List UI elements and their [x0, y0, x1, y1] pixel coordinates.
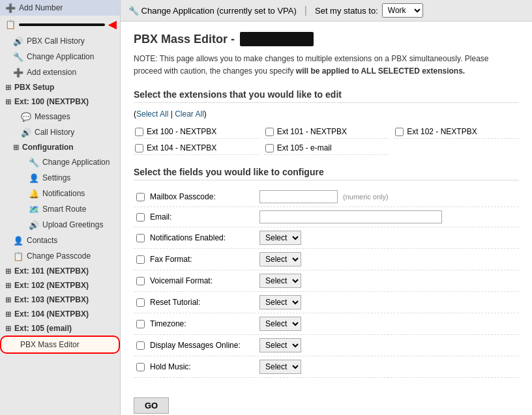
field-input-mailbox-passcode[interactable] — [259, 190, 338, 203]
sidebar-item-ext-103[interactable]: ⊞Ext: 103 (NEXTPBX) — [0, 293, 120, 307]
field-select-timezone[interactable]: Select — [259, 317, 301, 331]
sidebar-item-pbx-setup[interactable]: ⊞PBX Setup — [0, 80, 120, 94]
checkbox-ext100[interactable] — [135, 128, 143, 136]
field-checkbox-voicemail-format[interactable] — [136, 277, 145, 285]
clear-all-link[interactable]: Clear All — [175, 109, 204, 119]
sidebar-item-notifications[interactable]: 🔔Notifications — [0, 186, 120, 201]
field-select-reset-tutorial[interactable]: SelectYesNo — [259, 295, 301, 309]
field-label-hold-music: Hold Music: — [150, 362, 254, 371]
change-application-label: Change Application — [27, 52, 94, 61]
section1-header: Select the extensions that you would lik… — [134, 89, 519, 103]
go-button[interactable]: GO — [134, 397, 169, 414]
main-content: 🔧 Change Application (currently set to V… — [121, 0, 532, 415]
field-select-display-messages-online[interactable]: SelectYesNo — [259, 338, 301, 352]
checkbox-ext102[interactable] — [395, 128, 404, 136]
sidebar-item-ext-105[interactable]: ⊞Ext: 105 (email) — [0, 321, 120, 336]
sidebar: ➕Add Number📋◀🔊PBX Call History🔧Change Ap… — [0, 0, 121, 415]
checkbox-ext104[interactable] — [135, 144, 143, 152]
ext-103-expand-icon: ⊞ — [5, 296, 11, 304]
settings-icon: 👤 — [29, 173, 39, 183]
field-label-timezone: Timezone: — [150, 319, 254, 328]
ext-item-ext101: Ext 101 - NEXTPBX — [264, 125, 389, 139]
field-row-email: Email: — [134, 207, 519, 227]
field-label-reset-tutorial: Reset Tutorial: — [150, 298, 254, 307]
messages-label: Messages — [35, 112, 70, 121]
select-all-link[interactable]: Select All — [136, 109, 168, 119]
change-application-icon: 🔧 — [13, 51, 23, 62]
change-application-2-icon: 🔧 — [29, 157, 39, 167]
field-checkbox-mailbox-passcode[interactable] — [136, 193, 145, 201]
sidebar-item-ext-100[interactable]: ⊞Ext: 100 (NEXTPBX) — [0, 94, 120, 109]
field-select-hold-music[interactable]: Select — [259, 360, 301, 374]
sidebar-item-contacts[interactable]: 👤Contacts — [0, 233, 120, 248]
pbx-mass-editor-icon — [7, 339, 17, 350]
sidebar-item-add-number[interactable]: ➕Add Number — [0, 0, 120, 16]
sidebar-item-configuration[interactable]: ⊞Configuration — [0, 140, 120, 154]
page-title-redbox — [240, 32, 314, 46]
sidebar-item-pbx-mass-editor[interactable]: PBX Mass Editor — [0, 336, 120, 354]
sidebar-item-upload-greetings[interactable]: 🔊Upload Greetings — [0, 217, 120, 233]
checkbox-ext105[interactable] — [265, 144, 274, 152]
sidebar-item-ext-101[interactable]: ⊞Ext: 101 (NEXTPBX) — [0, 264, 120, 278]
field-row-hold-music: Hold Music:Select — [134, 356, 519, 378]
sidebar-item-messages[interactable]: 💬Messages — [0, 109, 120, 124]
field-input-email[interactable] — [259, 210, 442, 223]
field-select-notifications-enabled[interactable]: SelectYesNo — [259, 231, 301, 245]
change-application-2-label: Change Application — [42, 158, 110, 167]
account-icon: 📋 — [5, 20, 16, 30]
sidebar-item-change-application[interactable]: 🔧Change Application — [0, 49, 120, 64]
ext-label-ext102: Ext 102 - NEXTPBX — [407, 127, 477, 136]
sidebar-item-settings[interactable]: 👤Settings — [0, 170, 120, 186]
contacts-label: Contacts — [27, 236, 57, 245]
ext-100-expand-icon: ⊞ — [5, 98, 11, 106]
add-extension-icon: ➕ — [13, 67, 23, 78]
field-label-mailbox-passcode: Mailbox Passcode: — [150, 192, 254, 201]
ext-label-ext100: Ext 100 - NEXTPBX — [147, 127, 216, 136]
field-checkbox-display-messages-online[interactable] — [136, 341, 145, 350]
messages-icon: 💬 — [21, 111, 31, 122]
ext-label-ext101: Ext 101 - NEXTPBX — [277, 127, 347, 136]
call-history-icon: 🔊 — [21, 127, 31, 137]
sidebar-item-change-passcode[interactable]: 📋Change Passcode — [0, 248, 120, 264]
sidebar-item-ext-102[interactable]: ⊞Ext: 102 (NEXTPBX) — [0, 278, 120, 293]
topbar: 🔧 Change Application (currently set to V… — [121, 0, 532, 21]
contacts-icon: 👤 — [13, 235, 23, 246]
field-checkbox-timezone[interactable] — [136, 320, 145, 328]
field-row-display-messages-online: Display Messages Online:SelectYesNo — [134, 335, 519, 356]
sidebar-item-account-box[interactable]: 📋◀ — [0, 16, 120, 33]
status-select[interactable]: Work Home Away — [382, 3, 423, 18]
checkbox-ext101[interactable] — [265, 128, 274, 136]
field-checkbox-notifications-enabled[interactable] — [136, 234, 145, 242]
pbx-setup-label: PBX Setup — [14, 83, 54, 92]
configuration-label: Configuration — [22, 143, 74, 152]
add-number-label: Add Number — [19, 3, 63, 12]
field-checkbox-fax-format[interactable] — [136, 255, 145, 264]
sidebar-item-add-extension[interactable]: ➕Add extension — [0, 64, 120, 80]
field-checkbox-reset-tutorial[interactable] — [136, 298, 145, 307]
field-select-voicemail-format[interactable]: SelectMP3WAV — [259, 274, 301, 288]
sidebar-item-ext-104[interactable]: ⊞Ext: 104 (NEXTPBX) — [0, 307, 120, 321]
ext-item-ext102: Ext 102 - NEXTPBX — [394, 125, 519, 139]
field-checkbox-hold-music[interactable] — [136, 363, 145, 371]
sidebar-item-change-application-2[interactable]: 🔧Change Application — [0, 154, 120, 170]
upload-greetings-label: Upload Greetings — [42, 220, 103, 229]
field-label-email: Email: — [150, 212, 254, 222]
field-label-voicemail-format: Voicemail Format: — [150, 276, 254, 285]
pbx-call-history-icon: 🔊 — [13, 36, 23, 46]
ext-103-label: Ext: 103 (NEXTPBX) — [14, 295, 89, 304]
field-label-display-messages-online: Display Messages Online: — [150, 341, 254, 350]
sidebar-item-smart-route[interactable]: 🗺️Smart Route — [0, 201, 120, 217]
field-row-notifications-enabled: Notifications Enabled:SelectYesNo — [134, 227, 519, 249]
red-arrow-icon: ◀ — [108, 18, 116, 31]
ext-item-ext105: Ext 105 - e-mail — [264, 141, 389, 155]
field-row-fax-format: Fax Format:SelectPDFTIFF — [134, 249, 519, 270]
ext-104-expand-icon: ⊞ — [5, 310, 11, 319]
sidebar-item-call-history[interactable]: 🔊Call History — [0, 124, 120, 140]
ext-label-ext105: Ext 105 - e-mail — [277, 143, 332, 152]
call-history-label: Call History — [35, 128, 74, 137]
field-checkbox-email[interactable] — [136, 213, 145, 222]
field-select-fax-format[interactable]: SelectPDFTIFF — [259, 252, 301, 266]
sidebar-item-pbx-call-history[interactable]: 🔊PBX Call History — [0, 33, 120, 49]
ext-item-ext100: Ext 100 - NEXTPBX — [134, 125, 259, 139]
field-hint-mailbox-passcode: (numeric only) — [343, 193, 389, 201]
